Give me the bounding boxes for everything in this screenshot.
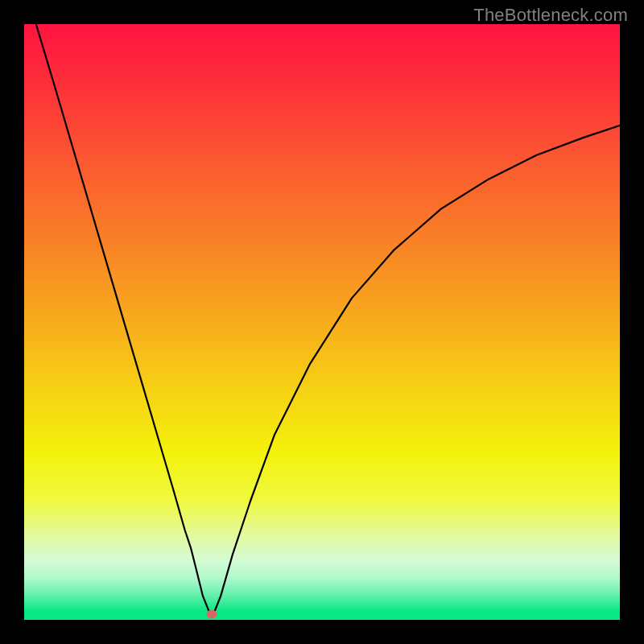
minimum-marker <box>207 609 217 618</box>
watermark-text: TheBottleneck.com <box>473 5 628 26</box>
chart-plot <box>24 24 620 620</box>
chart-frame: TheBottleneck.com <box>0 0 644 644</box>
plot-background <box>24 24 620 620</box>
